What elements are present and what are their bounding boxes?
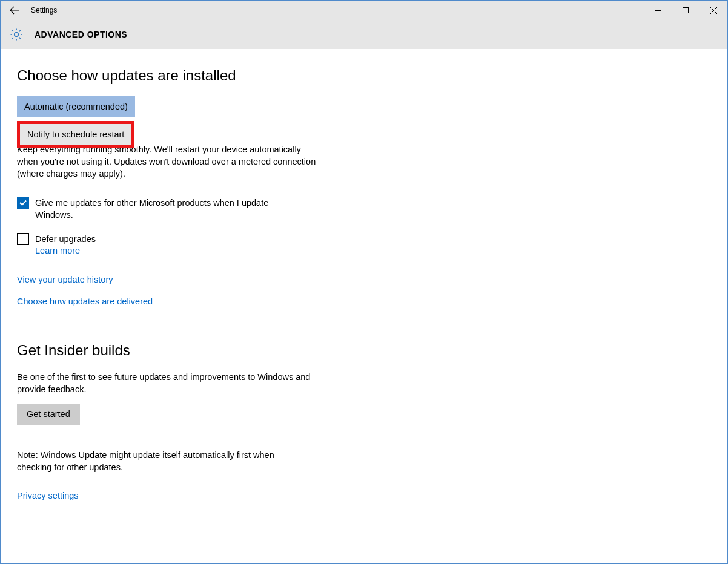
maximize-button[interactable] xyxy=(672,1,700,20)
page-title: ADVANCED OPTIONS xyxy=(35,30,127,39)
back-button[interactable] xyxy=(1,1,28,20)
checkbox-defer-upgrades[interactable]: Defer upgrades Learn more xyxy=(17,233,308,256)
dropdown-selected[interactable]: Automatic (recommended) xyxy=(17,96,135,117)
close-icon xyxy=(710,7,717,14)
settings-window: Settings ADVANCED OPTIONS Ch xyxy=(0,0,728,564)
section-heading-insider: Get Insider builds xyxy=(17,342,727,359)
learn-more-link[interactable]: Learn more xyxy=(35,246,80,255)
checkbox-icon xyxy=(17,233,29,245)
titlebar-title: Settings xyxy=(31,6,57,15)
checkbox-other-products[interactable]: Give me updates for other Microsoft prod… xyxy=(17,197,308,221)
view-history-link[interactable]: View your update history xyxy=(17,275,113,284)
get-started-button[interactable]: Get started xyxy=(17,404,80,425)
install-mode-dropdown[interactable]: Automatic (recommended) Notify to schedu… xyxy=(17,96,138,117)
dropdown-list: Notify to schedule restart xyxy=(17,121,134,148)
page-subheader: ADVANCED OPTIONS xyxy=(1,20,727,49)
gear-icon xyxy=(9,27,24,42)
minimize-icon xyxy=(655,7,661,14)
minimize-button[interactable] xyxy=(644,1,672,20)
updates-delivered-link[interactable]: Choose how updates are delivered xyxy=(17,297,153,306)
update-note: Note: Windows Update might update itself… xyxy=(17,449,308,473)
insider-description: Be one of the first to see future update… xyxy=(17,371,320,395)
svg-rect-0 xyxy=(683,7,688,13)
content-area: Choose how updates are installed Automat… xyxy=(1,49,727,563)
close-button[interactable] xyxy=(700,1,727,20)
checkbox-label-block: Defer upgrades Learn more xyxy=(35,233,96,256)
install-mode-description: Keep everything running smoothly. We'll … xyxy=(17,143,320,180)
maximize-icon xyxy=(683,7,689,14)
checkbox-label: Give me updates for other Microsoft prod… xyxy=(35,197,308,221)
section-heading-updates: Choose how updates are installed xyxy=(17,67,727,84)
dropdown-option-notify-restart[interactable]: Notify to schedule restart xyxy=(20,124,131,145)
window-controls xyxy=(644,1,727,20)
back-arrow-icon xyxy=(10,5,19,15)
checkbox-icon xyxy=(17,197,29,209)
privacy-settings-link[interactable]: Privacy settings xyxy=(17,491,79,500)
svg-point-1 xyxy=(15,33,18,36)
checkbox-label: Defer upgrades xyxy=(35,233,96,245)
titlebar: Settings xyxy=(1,1,727,20)
